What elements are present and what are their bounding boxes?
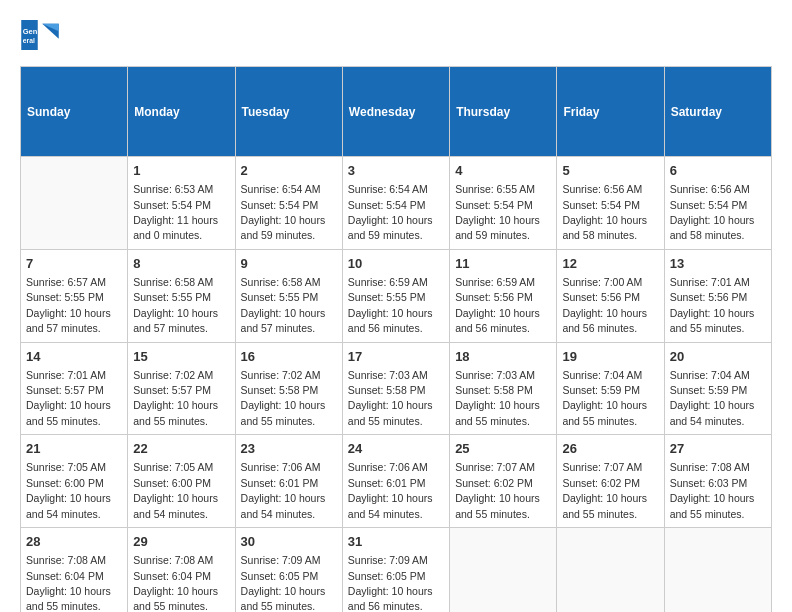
calendar-cell: 26Sunrise: 7:07 AM Sunset: 6:02 PM Dayli… [557, 435, 664, 528]
weekday-header: Thursday [450, 67, 557, 157]
day-number: 17 [348, 348, 444, 366]
calendar-cell: 19Sunrise: 7:04 AM Sunset: 5:59 PM Dayli… [557, 342, 664, 435]
calendar-cell [557, 528, 664, 613]
day-number: 16 [241, 348, 337, 366]
day-detail: Sunrise: 6:58 AM Sunset: 5:55 PM Dayligh… [133, 276, 218, 334]
day-number: 27 [670, 440, 766, 458]
calendar-cell: 30Sunrise: 7:09 AM Sunset: 6:05 PM Dayli… [235, 528, 342, 613]
day-detail: Sunrise: 7:02 AM Sunset: 5:57 PM Dayligh… [133, 369, 218, 427]
day-number: 3 [348, 162, 444, 180]
day-number: 12 [562, 255, 658, 273]
day-number: 14 [26, 348, 122, 366]
calendar-cell: 23Sunrise: 7:06 AM Sunset: 6:01 PM Dayli… [235, 435, 342, 528]
calendar-cell [21, 157, 128, 250]
logo: Gen eral [20, 20, 64, 50]
day-detail: Sunrise: 7:09 AM Sunset: 6:05 PM Dayligh… [348, 554, 433, 612]
weekday-header: Friday [557, 67, 664, 157]
day-detail: Sunrise: 7:05 AM Sunset: 6:00 PM Dayligh… [133, 461, 218, 519]
day-detail: Sunrise: 6:53 AM Sunset: 5:54 PM Dayligh… [133, 183, 218, 241]
weekday-header: Sunday [21, 67, 128, 157]
calendar-cell: 13Sunrise: 7:01 AM Sunset: 5:56 PM Dayli… [664, 249, 771, 342]
day-detail: Sunrise: 7:06 AM Sunset: 6:01 PM Dayligh… [348, 461, 433, 519]
day-detail: Sunrise: 6:56 AM Sunset: 5:54 PM Dayligh… [670, 183, 755, 241]
weekday-header: Saturday [664, 67, 771, 157]
day-detail: Sunrise: 7:00 AM Sunset: 5:56 PM Dayligh… [562, 276, 647, 334]
calendar-cell: 6Sunrise: 6:56 AM Sunset: 5:54 PM Daylig… [664, 157, 771, 250]
calendar-cell: 8Sunrise: 6:58 AM Sunset: 5:55 PM Daylig… [128, 249, 235, 342]
day-number: 1 [133, 162, 229, 180]
calendar-cell: 2Sunrise: 6:54 AM Sunset: 5:54 PM Daylig… [235, 157, 342, 250]
day-number: 6 [670, 162, 766, 180]
day-detail: Sunrise: 7:06 AM Sunset: 6:01 PM Dayligh… [241, 461, 326, 519]
weekday-header: Wednesday [342, 67, 449, 157]
day-detail: Sunrise: 6:59 AM Sunset: 5:55 PM Dayligh… [348, 276, 433, 334]
calendar-week-row: 14Sunrise: 7:01 AM Sunset: 5:57 PM Dayli… [21, 342, 772, 435]
calendar-week-row: 21Sunrise: 7:05 AM Sunset: 6:00 PM Dayli… [21, 435, 772, 528]
calendar-cell: 12Sunrise: 7:00 AM Sunset: 5:56 PM Dayli… [557, 249, 664, 342]
day-number: 7 [26, 255, 122, 273]
calendar-cell [450, 528, 557, 613]
day-number: 8 [133, 255, 229, 273]
weekday-header: Monday [128, 67, 235, 157]
day-number: 26 [562, 440, 658, 458]
day-number: 20 [670, 348, 766, 366]
calendar-cell: 3Sunrise: 6:54 AM Sunset: 5:54 PM Daylig… [342, 157, 449, 250]
calendar-cell: 10Sunrise: 6:59 AM Sunset: 5:55 PM Dayli… [342, 249, 449, 342]
calendar-cell: 27Sunrise: 7:08 AM Sunset: 6:03 PM Dayli… [664, 435, 771, 528]
calendar-week-row: 1Sunrise: 6:53 AM Sunset: 5:54 PM Daylig… [21, 157, 772, 250]
calendar-cell: 17Sunrise: 7:03 AM Sunset: 5:58 PM Dayli… [342, 342, 449, 435]
calendar-cell: 25Sunrise: 7:07 AM Sunset: 6:02 PM Dayli… [450, 435, 557, 528]
calendar-cell: 5Sunrise: 6:56 AM Sunset: 5:54 PM Daylig… [557, 157, 664, 250]
calendar-cell: 22Sunrise: 7:05 AM Sunset: 6:00 PM Dayli… [128, 435, 235, 528]
calendar-cell: 21Sunrise: 7:05 AM Sunset: 6:00 PM Dayli… [21, 435, 128, 528]
day-number: 24 [348, 440, 444, 458]
calendar-cell: 9Sunrise: 6:58 AM Sunset: 5:55 PM Daylig… [235, 249, 342, 342]
day-number: 2 [241, 162, 337, 180]
calendar-cell: 15Sunrise: 7:02 AM Sunset: 5:57 PM Dayli… [128, 342, 235, 435]
day-number: 31 [348, 533, 444, 551]
day-number: 9 [241, 255, 337, 273]
svg-text:eral: eral [23, 37, 35, 44]
day-number: 13 [670, 255, 766, 273]
day-detail: Sunrise: 6:54 AM Sunset: 5:54 PM Dayligh… [348, 183, 433, 241]
day-number: 15 [133, 348, 229, 366]
weekday-header: Tuesday [235, 67, 342, 157]
calendar-cell: 29Sunrise: 7:08 AM Sunset: 6:04 PM Dayli… [128, 528, 235, 613]
calendar-table: SundayMondayTuesdayWednesdayThursdayFrid… [20, 66, 772, 612]
calendar-week-row: 7Sunrise: 6:57 AM Sunset: 5:55 PM Daylig… [21, 249, 772, 342]
calendar-header-row: SundayMondayTuesdayWednesdayThursdayFrid… [21, 67, 772, 157]
day-detail: Sunrise: 7:05 AM Sunset: 6:00 PM Dayligh… [26, 461, 111, 519]
day-detail: Sunrise: 7:08 AM Sunset: 6:04 PM Dayligh… [133, 554, 218, 612]
day-detail: Sunrise: 7:01 AM Sunset: 5:57 PM Dayligh… [26, 369, 111, 427]
day-detail: Sunrise: 7:09 AM Sunset: 6:05 PM Dayligh… [241, 554, 326, 612]
calendar-cell: 11Sunrise: 6:59 AM Sunset: 5:56 PM Dayli… [450, 249, 557, 342]
calendar-cell: 20Sunrise: 7:04 AM Sunset: 5:59 PM Dayli… [664, 342, 771, 435]
day-detail: Sunrise: 7:08 AM Sunset: 6:03 PM Dayligh… [670, 461, 755, 519]
day-number: 21 [26, 440, 122, 458]
calendar-cell: 31Sunrise: 7:09 AM Sunset: 6:05 PM Dayli… [342, 528, 449, 613]
day-detail: Sunrise: 7:04 AM Sunset: 5:59 PM Dayligh… [670, 369, 755, 427]
calendar-cell: 7Sunrise: 6:57 AM Sunset: 5:55 PM Daylig… [21, 249, 128, 342]
day-number: 29 [133, 533, 229, 551]
day-detail: Sunrise: 7:01 AM Sunset: 5:56 PM Dayligh… [670, 276, 755, 334]
calendar-week-row: 28Sunrise: 7:08 AM Sunset: 6:04 PM Dayli… [21, 528, 772, 613]
day-number: 22 [133, 440, 229, 458]
svg-text:Gen: Gen [23, 27, 38, 36]
day-detail: Sunrise: 7:03 AM Sunset: 5:58 PM Dayligh… [348, 369, 433, 427]
day-number: 10 [348, 255, 444, 273]
day-detail: Sunrise: 7:03 AM Sunset: 5:58 PM Dayligh… [455, 369, 540, 427]
day-detail: Sunrise: 7:07 AM Sunset: 6:02 PM Dayligh… [562, 461, 647, 519]
day-detail: Sunrise: 7:08 AM Sunset: 6:04 PM Dayligh… [26, 554, 111, 612]
calendar-cell: 4Sunrise: 6:55 AM Sunset: 5:54 PM Daylig… [450, 157, 557, 250]
day-detail: Sunrise: 7:07 AM Sunset: 6:02 PM Dayligh… [455, 461, 540, 519]
day-number: 4 [455, 162, 551, 180]
day-number: 28 [26, 533, 122, 551]
day-number: 18 [455, 348, 551, 366]
day-number: 5 [562, 162, 658, 180]
calendar-cell: 16Sunrise: 7:02 AM Sunset: 5:58 PM Dayli… [235, 342, 342, 435]
calendar-cell: 14Sunrise: 7:01 AM Sunset: 5:57 PM Dayli… [21, 342, 128, 435]
day-detail: Sunrise: 6:55 AM Sunset: 5:54 PM Dayligh… [455, 183, 540, 241]
day-number: 30 [241, 533, 337, 551]
day-detail: Sunrise: 7:04 AM Sunset: 5:59 PM Dayligh… [562, 369, 647, 427]
day-number: 11 [455, 255, 551, 273]
